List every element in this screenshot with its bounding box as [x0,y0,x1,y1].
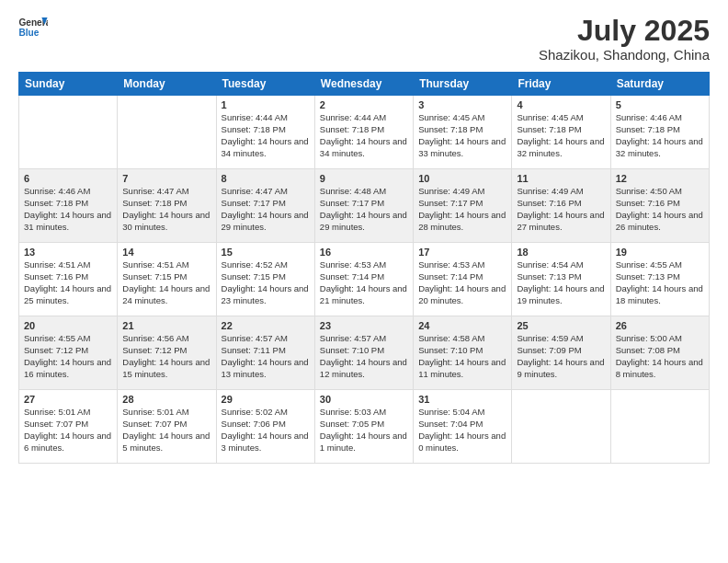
calendar-cell [19,96,118,169]
calendar-cell: 12Sunrise: 4:50 AMSunset: 7:16 PMDayligh… [610,169,709,243]
calendar-cell: 24Sunrise: 4:58 AMSunset: 7:10 PMDayligh… [414,316,512,390]
calendar-cell: 18Sunrise: 4:54 AMSunset: 7:13 PMDayligh… [512,243,610,316]
calendar-cell: 17Sunrise: 4:53 AMSunset: 7:14 PMDayligh… [414,243,512,316]
day-info: Sunrise: 4:57 AMSunset: 7:10 PMDaylight:… [320,333,408,380]
calendar-week-1: 1Sunrise: 4:44 AMSunset: 7:18 PMDaylight… [19,96,710,169]
day-number: 7 [122,173,210,184]
logo-icon: General Blue [18,15,48,40]
calendar-cell: 4Sunrise: 4:45 AMSunset: 7:18 PMDaylight… [512,96,610,169]
header-tuesday: Tuesday [216,73,314,96]
day-info: Sunrise: 4:56 AMSunset: 7:12 PMDaylight:… [122,333,210,380]
day-info: Sunrise: 4:48 AMSunset: 7:17 PMDaylight:… [320,186,408,233]
header-wednesday: Wednesday [314,73,413,96]
calendar-cell: 11Sunrise: 4:49 AMSunset: 7:16 PMDayligh… [512,169,610,243]
calendar-cell: 1Sunrise: 4:44 AMSunset: 7:18 PMDaylight… [216,96,314,169]
day-info: Sunrise: 4:51 AMSunset: 7:15 PMDaylight:… [122,259,210,306]
day-info: Sunrise: 5:01 AMSunset: 7:07 PMDaylight:… [122,407,210,454]
day-number: 16 [320,247,408,258]
day-info: Sunrise: 5:04 AMSunset: 7:04 PMDaylight:… [418,407,506,454]
calendar-cell [512,390,610,464]
day-info: Sunrise: 5:01 AMSunset: 7:07 PMDaylight:… [24,407,112,454]
calendar-cell: 15Sunrise: 4:52 AMSunset: 7:15 PMDayligh… [216,243,314,316]
calendar-cell [610,390,709,464]
day-info: Sunrise: 4:44 AMSunset: 7:18 PMDaylight:… [320,112,408,159]
day-info: Sunrise: 5:02 AMSunset: 7:06 PMDaylight:… [222,407,310,454]
header-friday: Friday [512,73,610,96]
calendar-week-2: 6Sunrise: 4:46 AMSunset: 7:18 PMDaylight… [19,169,710,243]
day-number: 28 [122,394,210,405]
header-saturday: Saturday [610,73,709,96]
title-block: July 2025 Shazikou, Shandong, China [539,15,710,63]
calendar-cell: 28Sunrise: 5:01 AMSunset: 7:07 PMDayligh… [118,390,216,464]
day-number: 13 [24,247,112,258]
day-info: Sunrise: 4:51 AMSunset: 7:16 PMDaylight:… [24,259,112,306]
calendar-week-4: 20Sunrise: 4:55 AMSunset: 7:12 PMDayligh… [19,316,710,390]
day-info: Sunrise: 4:49 AMSunset: 7:16 PMDaylight:… [517,186,605,233]
day-info: Sunrise: 4:52 AMSunset: 7:15 PMDaylight:… [222,259,310,306]
day-info: Sunrise: 4:49 AMSunset: 7:17 PMDaylight:… [418,186,506,233]
calendar-cell: 20Sunrise: 4:55 AMSunset: 7:12 PMDayligh… [19,316,118,390]
location: Shazikou, Shandong, China [539,47,710,63]
calendar-cell: 21Sunrise: 4:56 AMSunset: 7:12 PMDayligh… [118,316,216,390]
day-number: 15 [222,247,310,258]
day-info: Sunrise: 4:44 AMSunset: 7:18 PMDaylight:… [222,112,310,159]
day-number: 10 [418,173,506,184]
svg-text:Blue: Blue [18,28,39,38]
day-number: 8 [222,173,310,184]
day-info: Sunrise: 4:59 AMSunset: 7:09 PMDaylight:… [517,333,605,380]
day-number: 4 [517,99,605,110]
calendar-cell: 3Sunrise: 4:45 AMSunset: 7:18 PMDaylight… [414,96,512,169]
day-info: Sunrise: 4:53 AMSunset: 7:14 PMDaylight:… [320,259,408,306]
day-number: 14 [122,247,210,258]
header-sunday: Sunday [19,73,118,96]
logo: General Blue [18,15,48,40]
calendar-cell: 2Sunrise: 4:44 AMSunset: 7:18 PMDaylight… [314,96,413,169]
calendar-cell: 26Sunrise: 5:00 AMSunset: 7:08 PMDayligh… [610,316,709,390]
day-info: Sunrise: 4:55 AMSunset: 7:12 PMDaylight:… [24,333,112,380]
calendar-week-3: 13Sunrise: 4:51 AMSunset: 7:16 PMDayligh… [19,243,710,316]
calendar-header-row: Sunday Monday Tuesday Wednesday Thursday… [19,73,710,96]
calendar-cell: 25Sunrise: 4:59 AMSunset: 7:09 PMDayligh… [512,316,610,390]
day-number: 2 [320,99,408,110]
day-info: Sunrise: 4:47 AMSunset: 7:18 PMDaylight:… [122,186,210,233]
day-info: Sunrise: 4:57 AMSunset: 7:11 PMDaylight:… [222,333,310,380]
day-info: Sunrise: 4:45 AMSunset: 7:18 PMDaylight:… [418,112,506,159]
calendar-cell: 8Sunrise: 4:47 AMSunset: 7:17 PMDaylight… [216,169,314,243]
day-number: 26 [616,320,704,331]
day-info: Sunrise: 4:45 AMSunset: 7:18 PMDaylight:… [517,112,605,159]
calendar-cell: 14Sunrise: 4:51 AMSunset: 7:15 PMDayligh… [118,243,216,316]
calendar-cell: 31Sunrise: 5:04 AMSunset: 7:04 PMDayligh… [414,390,512,464]
day-number: 1 [222,99,310,110]
day-number: 18 [517,247,605,258]
day-info: Sunrise: 4:55 AMSunset: 7:13 PMDaylight:… [616,259,704,306]
day-number: 11 [517,173,605,184]
calendar-cell: 19Sunrise: 4:55 AMSunset: 7:13 PMDayligh… [610,243,709,316]
day-number: 21 [122,320,210,331]
day-number: 23 [320,320,408,331]
calendar-cell: 29Sunrise: 5:02 AMSunset: 7:06 PMDayligh… [216,390,314,464]
day-number: 31 [418,394,506,405]
calendar: Sunday Monday Tuesday Wednesday Thursday… [18,72,710,464]
calendar-cell: 27Sunrise: 5:01 AMSunset: 7:07 PMDayligh… [19,390,118,464]
day-number: 24 [418,320,506,331]
day-info: Sunrise: 4:50 AMSunset: 7:16 PMDaylight:… [616,186,704,233]
header-thursday: Thursday [414,73,512,96]
calendar-cell: 30Sunrise: 5:03 AMSunset: 7:05 PMDayligh… [314,390,413,464]
day-number: 17 [418,247,506,258]
header-monday: Monday [118,73,216,96]
day-number: 29 [222,394,310,405]
month-year: July 2025 [539,15,710,47]
day-info: Sunrise: 4:46 AMSunset: 7:18 PMDaylight:… [24,186,112,233]
day-number: 9 [320,173,408,184]
calendar-cell [118,96,216,169]
day-info: Sunrise: 4:54 AMSunset: 7:13 PMDaylight:… [517,259,605,306]
day-info: Sunrise: 5:00 AMSunset: 7:08 PMDaylight:… [616,333,704,380]
calendar-cell: 7Sunrise: 4:47 AMSunset: 7:18 PMDaylight… [118,169,216,243]
calendar-cell: 5Sunrise: 4:46 AMSunset: 7:18 PMDaylight… [610,96,709,169]
calendar-week-5: 27Sunrise: 5:01 AMSunset: 7:07 PMDayligh… [19,390,710,464]
day-info: Sunrise: 4:58 AMSunset: 7:10 PMDaylight:… [418,333,506,380]
day-info: Sunrise: 4:47 AMSunset: 7:17 PMDaylight:… [222,186,310,233]
calendar-cell: 22Sunrise: 4:57 AMSunset: 7:11 PMDayligh… [216,316,314,390]
calendar-cell: 23Sunrise: 4:57 AMSunset: 7:10 PMDayligh… [314,316,413,390]
day-number: 19 [616,247,704,258]
